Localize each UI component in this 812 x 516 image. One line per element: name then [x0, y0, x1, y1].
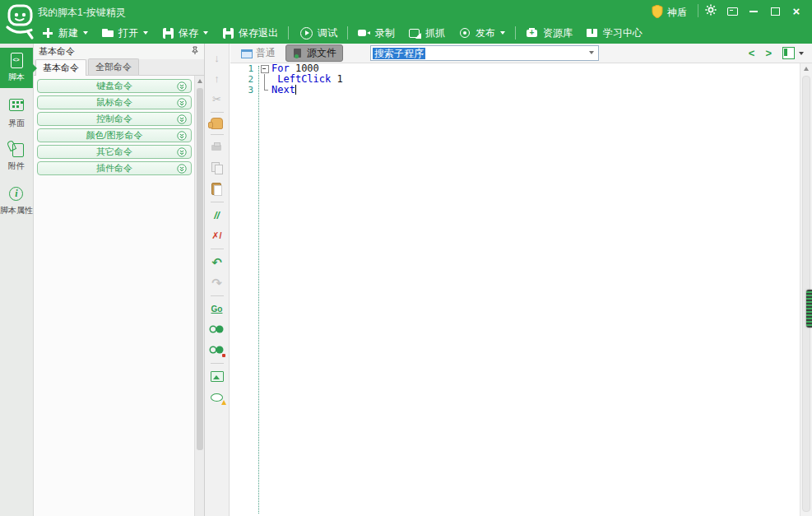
toolbar-publish-button[interactable]: 发布 — [452, 23, 512, 43]
command-panel-title: 基本命令 — [39, 46, 75, 56]
screenshot-icon[interactable] — [208, 369, 226, 384]
command-group-label: 键盘命令 — [96, 80, 132, 92]
editor-tab-label: 源文件 — [307, 46, 336, 60]
shield-badge[interactable]: 神盾 — [652, 5, 687, 21]
tray-icon — [727, 7, 738, 16]
edit-toolbar-divider — [211, 249, 224, 249]
move-up-icon[interactable] — [208, 71, 226, 86]
command-group-list: 键盘命令鼠标命令控制命令颜色/图形命令其它命令插件命令 — [34, 76, 195, 516]
command-group-button[interactable]: 鼠标命令 — [37, 95, 192, 109]
code-token: Next — [271, 84, 295, 95]
toolbar-button-label: 保存 — [179, 26, 198, 40]
shield-label: 神盾 — [667, 6, 687, 20]
copy-icon[interactable] — [208, 160, 226, 176]
resource-library-icon — [526, 26, 539, 40]
sidebar-item-script[interactable]: 脚本 — [0, 48, 33, 88]
editor-tab-normal[interactable]: 普通 — [235, 44, 281, 62]
expand-chevron-icon — [177, 114, 187, 124]
code-token: 1 — [331, 73, 342, 85]
toolbar-resource-library-button[interactable]: 资源库 — [519, 23, 579, 43]
command-group-button[interactable]: 键盘命令 — [37, 79, 192, 93]
toolbar-button-label: 发布 — [476, 26, 495, 40]
find-icon[interactable] — [208, 322, 226, 337]
command-group-button[interactable]: 控制命令 — [37, 112, 192, 126]
scroll-up-icon — [197, 79, 202, 83]
comment-icon[interactable] — [208, 207, 226, 223]
toolbar-record-camera-button[interactable]: 录制 — [351, 23, 401, 43]
toolbar-capture-button[interactable]: 抓抓 — [401, 23, 452, 43]
fold-marker-icon[interactable] — [260, 63, 271, 74]
chevron-down-icon — [589, 51, 594, 54]
code-token: LeftClick — [277, 73, 331, 85]
pin-icon[interactable] — [191, 46, 199, 55]
expand-chevron-icon — [177, 131, 187, 141]
fold-marker-icon[interactable] — [260, 74, 271, 85]
nav-prev-button[interactable]: < — [749, 47, 755, 59]
command-group-button[interactable]: 其它命令 — [37, 145, 192, 159]
sidebar-item-attachment[interactable]: 附件 — [0, 137, 33, 177]
goto-icon[interactable] — [208, 301, 226, 317]
uncomment-icon[interactable] — [208, 228, 226, 244]
editor-tab-source[interactable]: 源文件 — [285, 44, 343, 62]
editor-tab-bar: 普通源文件 搜索子程序 < > — [230, 44, 812, 63]
command-group-button[interactable]: 插件命令 — [37, 161, 192, 175]
command-group-button[interactable]: 颜色/图形命令 — [37, 128, 192, 142]
toolbar-save-button[interactable]: 保存 — [155, 23, 215, 43]
editor-tab-label: 普通 — [256, 46, 276, 60]
redo-icon[interactable] — [208, 275, 226, 291]
window-title: 我的脚本1-按键精灵 — [38, 6, 126, 20]
edit-toolbar-divider — [211, 363, 224, 364]
hand-icon[interactable] — [211, 118, 223, 129]
open-folder-icon — [101, 26, 114, 40]
toolbar-save-exit-button[interactable]: 保存退出 — [215, 23, 285, 43]
toolbar-button-label: 调试 — [318, 26, 337, 40]
subroutine-combobox[interactable]: 搜索子程序 — [370, 45, 599, 61]
expand-chevron-icon — [177, 81, 187, 91]
toolbar-divider — [347, 26, 348, 40]
command-panel: 基本命令 基本命令全部命令 键盘命令鼠标命令控制命令颜色/图形命令其它命令插件命… — [34, 44, 205, 516]
toolbar-learning-center-button[interactable]: 学习中心 — [579, 23, 649, 43]
sidebar-item-label: 附件 — [8, 160, 25, 172]
replace-icon[interactable] — [208, 342, 226, 358]
maximize-button[interactable] — [764, 3, 786, 19]
maximize-icon — [771, 7, 780, 16]
interface-icon — [9, 99, 24, 115]
sidebar-item-script-properties[interactable]: 脚本属性 — [0, 181, 33, 221]
sidebar-item-label: 界面 — [8, 118, 25, 129]
command-tab-1[interactable]: 全部命令 — [88, 58, 139, 75]
fold-marker-icon[interactable] — [260, 85, 271, 95]
dropdown-caret-icon — [83, 31, 88, 35]
line-number: 1 — [230, 63, 260, 74]
text-caret — [295, 85, 297, 95]
nav-next-button[interactable]: > — [765, 47, 772, 59]
code-text: Next — [271, 85, 296, 95]
normal-view-icon — [241, 48, 253, 58]
layout-view-icon[interactable] — [782, 47, 795, 59]
toolbar-debug-play-button[interactable]: 调试 — [292, 23, 344, 43]
scrollbar-thumb[interactable] — [197, 88, 203, 450]
close-button[interactable] — [786, 3, 807, 19]
edit-toolbar-divider — [211, 202, 224, 202]
paste-icon[interactable] — [208, 181, 226, 197]
code-editor-area[interactable]: 1For 10002 LeftClick 13Next — [230, 63, 800, 516]
command-panel-scrollbar[interactable] — [194, 76, 204, 516]
code-line: 2 LeftClick 1 — [230, 74, 800, 85]
toolbar-new-plus-button[interactable]: 新建 — [35, 23, 95, 43]
syntax-check-icon[interactable] — [208, 389, 226, 405]
minimize-button[interactable] — [743, 3, 764, 19]
move-down-icon[interactable] — [208, 50, 226, 66]
collapsed-panel-grip[interactable] — [806, 290, 812, 328]
command-panel-header: 基本命令 — [34, 44, 204, 59]
toolbar-open-folder-button[interactable]: 打开 — [95, 23, 155, 43]
minimize-to-tray-button[interactable] — [722, 3, 743, 19]
edit-toolbar-divider — [211, 112, 224, 113]
attachment-icon — [9, 142, 24, 158]
undo-icon[interactable] — [208, 254, 226, 270]
toolbar-divider — [288, 26, 289, 40]
sidebar-item-interface[interactable]: 界面 — [0, 92, 33, 132]
cut-icon[interactable] — [208, 91, 226, 107]
delete-icon[interactable] — [208, 140, 226, 156]
command-tab-0[interactable]: 基本命令 — [35, 59, 86, 76]
settings-button[interactable] — [700, 3, 722, 19]
toolbar-button-label: 录制 — [375, 26, 395, 40]
